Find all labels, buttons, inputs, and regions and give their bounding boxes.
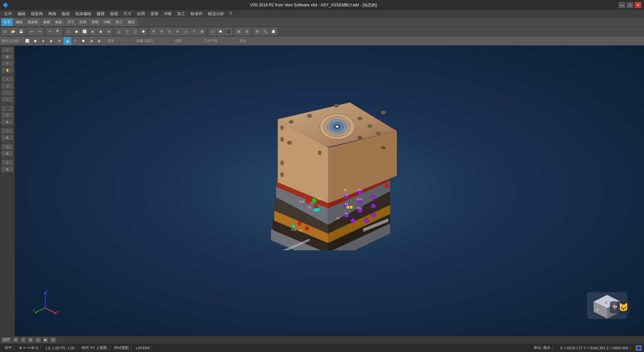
grid-btn[interactable]: ⊟ — [243, 28, 251, 35]
tab-surface[interactable]: 曲面 — [53, 18, 64, 26]
tab-process[interactable]: 加工 — [113, 18, 125, 26]
shading-wire[interactable]: ⬡ — [209, 28, 216, 35]
tab-dim[interactable]: 尺寸 — [65, 18, 76, 26]
tab-edit[interactable]: 编辑 — [13, 18, 25, 26]
open-button[interactable]: 📂 — [9, 28, 17, 35]
settings-btn[interactable]: ⚙ — [50, 337, 56, 343]
control-plane-btn[interactable]: 控平 — [1, 337, 11, 343]
menu-solid-edit[interactable]: 实体编辑 — [72, 10, 94, 17]
menu-surface2[interactable]: 曲面 — [107, 10, 121, 17]
sb-prop[interactable]: ⊟ — [1, 150, 13, 157]
system-btn3[interactable]: 📋 — [270, 28, 277, 35]
menu-stamp[interactable]: 冲模 — [161, 10, 174, 17]
grid-view-btn[interactable]: ⊞ — [28, 337, 34, 343]
filter-btn4[interactable]: ◉ — [48, 37, 55, 45]
sb-zoom-all[interactable]: ⊞ — [1, 54, 13, 60]
save-button[interactable]: 💾 — [17, 28, 25, 35]
sb-misc1[interactable]: ⊙ — [1, 160, 13, 166]
menu-surface[interactable]: 曲面 — [59, 10, 72, 17]
tool-3[interactable]: ⬜ — [81, 28, 88, 35]
filter-btn8[interactable]: ⬢ — [80, 37, 87, 45]
menu-help[interactable]: ? — [227, 11, 234, 17]
sb-pan[interactable]: ✋ — [1, 67, 13, 73]
sb-circle[interactable]: ○ — [1, 96, 13, 102]
sb-rotate[interactable]: ↻ — [1, 60, 13, 67]
new-button[interactable]: 🗋 — [1, 28, 9, 35]
tab-stamp[interactable]: 冲模 — [101, 18, 113, 26]
filter-btn5[interactable]: ⊞ — [56, 37, 63, 45]
filter-btn9[interactable]: ◑ — [88, 37, 95, 45]
sb-dim-radius[interactable]: R — [1, 135, 13, 141]
undo-button[interactable]: ↩ — [28, 28, 35, 35]
menu-dim[interactable]: 尺寸 — [121, 10, 134, 17]
tool-5[interactable]: ◉ — [97, 28, 104, 35]
sb-layer[interactable]: ◫ — [1, 144, 13, 150]
filter-btn7[interactable]: ⬡ — [72, 37, 79, 45]
tool-8[interactable]: ▽ — [123, 28, 131, 35]
svg-text:E4: E4 — [345, 212, 348, 215]
tool-6[interactable]: ⊕ — [105, 28, 112, 35]
menu-standard[interactable]: 标准件 — [188, 10, 205, 17]
filter-btn3[interactable]: ◈ — [40, 37, 47, 45]
sb-solid[interactable]: ⬛ — [1, 105, 13, 112]
window-controls[interactable]: — □ ✕ — [619, 2, 641, 8]
rotate-btn[interactable]: ↺ — [20, 337, 26, 343]
filter-btn2[interactable]: ◼ — [32, 37, 39, 45]
tab-wireframe[interactable]: 线架构 — [25, 18, 40, 26]
menu-flow[interactable]: 模流分析 — [205, 10, 227, 17]
sb-point[interactable]: • — [1, 76, 13, 82]
redo-button[interactable]: ↪ — [36, 28, 43, 35]
menu-process[interactable]: 加工 — [174, 10, 188, 17]
view-back[interactable]: 后 — [158, 28, 165, 35]
tab-standard[interactable]: 标准 — [1, 18, 13, 26]
view-iso[interactable]: ⊞ — [198, 28, 206, 35]
sb-line[interactable]: ╱ — [1, 83, 13, 89]
viewport[interactable]: K2 P1X P1 P2X P2 E1 E1X — [15, 46, 644, 336]
workplane-btn[interactable]: ⊞ — [235, 28, 243, 35]
tool-9[interactable]: ⬡ — [131, 28, 139, 35]
view-front[interactable]: 前 — [150, 28, 157, 35]
close-button[interactable]: ✕ — [635, 2, 641, 8]
system-btn2[interactable]: 🔧 — [262, 28, 269, 35]
menu-apply[interactable]: 应用 — [134, 10, 148, 17]
svg-text:E2X: E2X — [357, 198, 363, 201]
filter-btn6[interactable]: ◪ — [64, 37, 71, 45]
sb-select[interactable]: ↖ — [1, 47, 13, 53]
menu-model[interactable]: 建模 — [94, 10, 107, 17]
zoom-button[interactable]: 🔍 — [54, 28, 62, 35]
tool-10[interactable]: ⬢ — [140, 28, 147, 35]
select-button[interactable]: ↖ — [46, 28, 54, 35]
tab-apply[interactable]: 应用 — [77, 18, 89, 26]
tab-mold[interactable]: 变模 — [89, 18, 101, 26]
tool-4[interactable]: ◈ — [89, 28, 96, 35]
minimize-button[interactable]: — — [619, 2, 625, 8]
system-btn1[interactable]: ⚙ — [254, 28, 261, 35]
menu-mesh[interactable]: 网格 — [46, 10, 59, 17]
view-bottom[interactable]: 下 — [190, 28, 198, 35]
shading-render[interactable]: ⬛ — [225, 28, 232, 35]
tab-flow[interactable]: 模流 — [125, 18, 137, 26]
snap-btn[interactable]: ⊕ — [13, 337, 19, 343]
filter-btn1[interactable]: ⬜ — [23, 37, 31, 45]
filter-btn10[interactable]: ◐ — [96, 37, 103, 45]
tool-2[interactable]: ◼ — [73, 28, 80, 35]
play-btn[interactable]: ▶ — [43, 337, 49, 343]
shading-solid[interactable]: ⬢ — [217, 28, 224, 35]
tab-model[interactable]: 建模 — [41, 18, 52, 26]
menu-file[interactable]: 文件 — [1, 10, 15, 17]
sb-misc2[interactable]: ⊗ — [1, 166, 13, 172]
center-btn[interactable]: ◎ — [35, 337, 41, 343]
view-left[interactable]: 左 — [166, 28, 173, 35]
view-right[interactable]: 右 — [174, 28, 181, 35]
tool-1[interactable]: ◻ — [65, 28, 72, 35]
tool-7[interactable]: △ — [115, 28, 123, 35]
sb-dim-linear[interactable]: ↔ — [1, 128, 13, 134]
maximize-button[interactable]: □ — [627, 2, 633, 8]
menu-wireframe[interactable]: 线架构 — [28, 10, 46, 17]
sb-boolean[interactable]: ⊕ — [1, 119, 13, 125]
view-top[interactable]: 上 — [182, 28, 190, 35]
menu-edit[interactable]: 编辑 — [15, 10, 28, 17]
sb-surface[interactable]: ⬡ — [1, 112, 13, 118]
menu-mold[interactable]: 变模 — [148, 10, 161, 17]
sb-arc[interactable]: ⌒ — [1, 90, 13, 96]
